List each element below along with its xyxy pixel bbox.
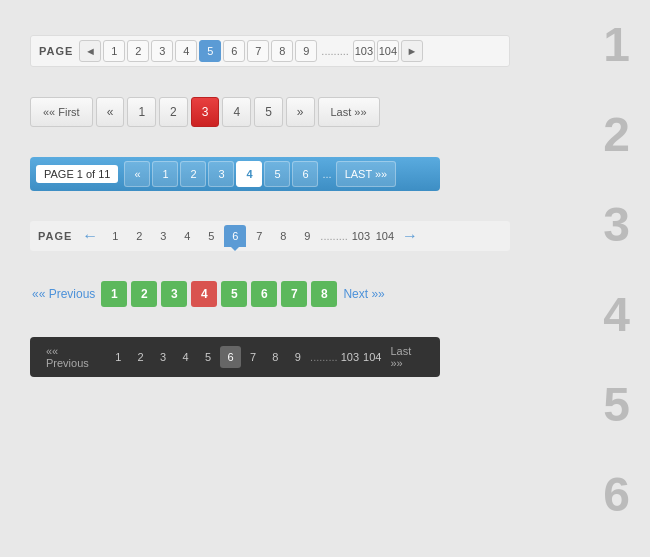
right-num-3: 3 [603, 180, 630, 270]
right-numbers: 1 2 3 4 5 6 [603, 0, 630, 540]
page-btn-4-9[interactable]: 9 [296, 225, 318, 247]
page-btn-3-2[interactable]: 2 [180, 161, 206, 187]
page-btn-5-4[interactable]: 4 [191, 281, 217, 307]
right-num-5: 5 [603, 360, 630, 450]
right-num-1: 1 [603, 0, 630, 90]
page-btn-1-8[interactable]: 8 [271, 40, 293, 62]
page-btn-6-4[interactable]: 4 [175, 346, 195, 368]
next-arrow-1[interactable]: ► [401, 40, 423, 62]
page-info-label: PAGE 1 of 11 [36, 165, 118, 183]
pagination-row-3: PAGE 1 of 11 « 1 2 3 4 5 6 ... LAST »» [30, 157, 440, 191]
page-btn-4-1[interactable]: 1 [104, 225, 126, 247]
right-num-6: 6 [603, 450, 630, 540]
right-num-2: 2 [603, 90, 630, 180]
page-btn-1-9[interactable]: 9 [295, 40, 317, 62]
section-2: «« First « 1 2 3 4 5 » Last »» [30, 97, 510, 127]
page-btn-1-2[interactable]: 2 [127, 40, 149, 62]
main-content: PAGE ◄ 1 2 3 4 5 6 7 8 9 ......... 103 1… [0, 0, 540, 427]
prev-button-2[interactable]: « [96, 97, 125, 127]
next-label-5[interactable]: Next »» [341, 285, 386, 303]
page-btn-1-7[interactable]: 7 [247, 40, 269, 62]
last-button[interactable]: Last »» [318, 97, 380, 127]
page-btn-1-104[interactable]: 104 [377, 40, 399, 62]
page-btn-1-3[interactable]: 3 [151, 40, 173, 62]
next-arrow-4[interactable]: → [402, 227, 418, 245]
page-btn-6-104[interactable]: 104 [362, 346, 382, 368]
page-btn-3-3[interactable]: 3 [208, 161, 234, 187]
page-btn-5-6[interactable]: 6 [251, 281, 277, 307]
page-btn-2-2[interactable]: 2 [159, 97, 188, 127]
page-btn-3-5[interactable]: 5 [264, 161, 290, 187]
page-btn-5-8[interactable]: 8 [311, 281, 337, 307]
page-btn-3-1[interactable]: 1 [152, 161, 178, 187]
page-btn-1-6[interactable]: 6 [223, 40, 245, 62]
page-btn-4-5[interactable]: 5 [200, 225, 222, 247]
page-btn-1-103[interactable]: 103 [353, 40, 375, 62]
page-btn-3-4[interactable]: 4 [236, 161, 262, 187]
page-btn-3-6[interactable]: 6 [292, 161, 318, 187]
last-btn-3[interactable]: LAST »» [336, 161, 397, 187]
page-btn-4-8[interactable]: 8 [272, 225, 294, 247]
pagination-row-5: «« Previous 1 2 3 4 5 6 7 8 Next »» [30, 281, 510, 307]
page-btn-6-2[interactable]: 2 [130, 346, 150, 368]
last-label-6[interactable]: Last »» [385, 342, 431, 372]
page-btn-5-7[interactable]: 7 [281, 281, 307, 307]
first-button[interactable]: «« First [30, 97, 93, 127]
page-btn-6-1[interactable]: 1 [108, 346, 128, 368]
page-btn-6-5[interactable]: 5 [198, 346, 218, 368]
dots-4: ......... [320, 230, 348, 242]
page-btn-4-7[interactable]: 7 [248, 225, 270, 247]
page-btn-2-5[interactable]: 5 [254, 97, 283, 127]
page-btn-5-3[interactable]: 3 [161, 281, 187, 307]
pagination-row-1: PAGE ◄ 1 2 3 4 5 6 7 8 9 ......... 103 1… [30, 35, 510, 67]
page-btn-2-4[interactable]: 4 [222, 97, 251, 127]
dots-1: ......... [319, 45, 351, 57]
next-button-2[interactable]: » [286, 97, 315, 127]
prev-label-6[interactable]: «« Previous [40, 342, 106, 372]
page-btn-5-1[interactable]: 1 [101, 281, 127, 307]
page-btn-2-3[interactable]: 3 [191, 97, 220, 127]
page-btn-6-6[interactable]: 6 [220, 346, 240, 368]
page-btn-4-2[interactable]: 2 [128, 225, 150, 247]
section-1: PAGE ◄ 1 2 3 4 5 6 7 8 9 ......... 103 1… [30, 35, 510, 67]
page-btn-1-1[interactable]: 1 [103, 40, 125, 62]
page-btn-6-9[interactable]: 9 [288, 346, 308, 368]
page-btn-4-6[interactable]: 6 [224, 225, 246, 247]
pagination-row-6: «« Previous 1 2 3 4 5 6 7 8 9 ......... … [30, 337, 440, 377]
section-6: «« Previous 1 2 3 4 5 6 7 8 9 ......... … [30, 337, 510, 377]
page-btn-1-5[interactable]: 5 [199, 40, 221, 62]
page-btn-6-7[interactable]: 7 [243, 346, 263, 368]
page-btn-4-3[interactable]: 3 [152, 225, 174, 247]
right-num-4: 4 [603, 270, 630, 360]
section-5: «« Previous 1 2 3 4 5 6 7 8 Next »» [30, 281, 510, 307]
page-btn-1-4[interactable]: 4 [175, 40, 197, 62]
pagination-row-4: PAGE ← 1 2 3 4 5 6 7 8 9 ......... 103 1… [30, 221, 510, 251]
prev-btn-3[interactable]: « [124, 161, 150, 187]
dots-3: ... [320, 168, 333, 180]
page-btn-5-2[interactable]: 2 [131, 281, 157, 307]
dots-6: ......... [310, 351, 338, 363]
prev-arrow-1[interactable]: ◄ [79, 40, 101, 62]
page-btn-4-104[interactable]: 104 [374, 225, 396, 247]
page-btn-2-1[interactable]: 1 [127, 97, 156, 127]
page-btn-6-3[interactable]: 3 [153, 346, 173, 368]
page-label-1: PAGE [39, 45, 73, 57]
section-3: PAGE 1 of 11 « 1 2 3 4 5 6 ... LAST »» [30, 157, 510, 191]
page-btn-4-4[interactable]: 4 [176, 225, 198, 247]
page-btn-4-103[interactable]: 103 [350, 225, 372, 247]
page-btn-6-103[interactable]: 103 [340, 346, 360, 368]
page-btn-5-5[interactable]: 5 [221, 281, 247, 307]
prev-label-5[interactable]: «« Previous [30, 285, 97, 303]
pagination-row-2: «« First « 1 2 3 4 5 » Last »» [30, 97, 510, 127]
page-btn-6-8[interactable]: 8 [265, 346, 285, 368]
prev-arrow-4[interactable]: ← [82, 227, 98, 245]
page-label-4: PAGE [38, 230, 72, 242]
section-4: PAGE ← 1 2 3 4 5 6 7 8 9 ......... 103 1… [30, 221, 510, 251]
